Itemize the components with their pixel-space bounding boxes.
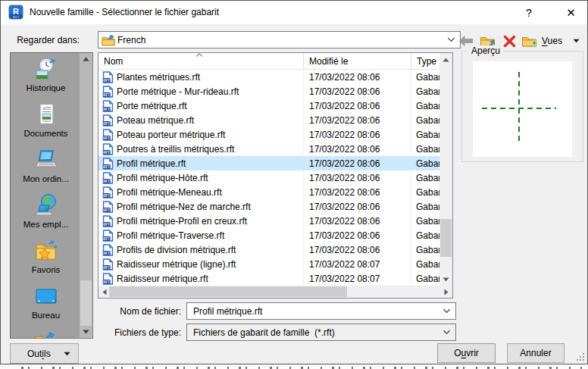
open-button[interactable]: Ouvrir: [437, 343, 496, 363]
sort-ascending-icon: [195, 53, 203, 57]
svg-text:RFT: RFT: [103, 136, 110, 139]
file-type: Gabari: [411, 187, 439, 198]
table-row[interactable]: RFT Raidisseur métrique.rft 17/03/2022 0…: [99, 271, 439, 286]
table-row[interactable]: RFT Profil métrique-Traverse.rft 17/03/2…: [99, 228, 439, 242]
sidebar-item-history[interactable]: Historique: [11, 53, 81, 99]
title-bar: R RVT Nouvelle famille - Sélectionner le…: [1, 1, 587, 24]
file-type: Gabari: [411, 115, 439, 126]
sidebar-item-computer[interactable]: Mon ordin...: [11, 144, 81, 189]
cancel-label: Annuler: [520, 348, 551, 358]
scroll-down-icon[interactable]: [439, 273, 452, 286]
sidebar-item-desktop[interactable]: Bureau: [11, 280, 81, 326]
table-row[interactable]: RFT Profil métrique-Nez de marche.rft 17…: [99, 199, 439, 214]
file-modified: 17/03/2022 08:06: [303, 216, 411, 227]
table-row[interactable]: RFT Plantes métriques.rft 17/03/2022 08:…: [99, 70, 439, 84]
file-modified: 17/03/2022 08:06: [303, 230, 411, 241]
file-type: Gabari: [411, 230, 439, 241]
file-name: Porte métrique - Mur-rideau.rft: [117, 86, 303, 97]
table-row[interactable]: RFT Poteau porteur métrique.rft 17/03/20…: [99, 127, 439, 142]
look-in-label: Regarder dans:: [1, 35, 80, 45]
close-button[interactable]: ✕: [555, 1, 587, 24]
file-type-dropdown[interactable]: Fichiers de gabarit de famille (*.rft): [186, 324, 456, 341]
computer-icon: [34, 148, 58, 172]
table-row[interactable]: RFT Porte métrique.rft 17/03/2022 08:06 …: [99, 99, 439, 113]
table-row[interactable]: RFT Profil métrique-Hôte.rft 17/03/2022 …: [99, 170, 439, 185]
file-name: Profil métrique-Nez de marche.rft: [117, 202, 303, 212]
file-type: Gabari: [411, 130, 439, 140]
rft-file-icon: RFT: [102, 230, 114, 242]
table-row[interactable]: RFT Poteau métrique.rft 17/03/2022 08:06…: [99, 113, 439, 127]
rft-file-icon: RFT: [102, 114, 114, 127]
table-row[interactable]: RFT Raidisseur métrique (ligne).rft 17/0…: [99, 257, 439, 271]
rft-file-icon: RFT: [102, 258, 114, 270]
scroll-up-icon[interactable]: [80, 53, 92, 65]
desktop-icon: [34, 284, 58, 308]
table-row[interactable]: RFT Poutres à treillis métriques.rft 17/…: [99, 142, 439, 156]
help-button[interactable]: ?: [516, 1, 542, 24]
file-type: Gabari: [411, 173, 439, 183]
file-name: Poutres à treillis métriques.rft: [117, 144, 303, 155]
new-folder-button[interactable]: [520, 33, 540, 49]
table-row[interactable]: RFT Profils de division métrique.rft 17/…: [99, 242, 439, 257]
file-modified: 17/03/2022 08:06: [303, 130, 411, 140]
current-folder-icon: [102, 34, 115, 46]
file-name: Raidisseur métrique.rft: [117, 274, 303, 284]
svg-text:RFT: RFT: [103, 236, 110, 240]
look-in-value: French: [117, 35, 145, 45]
tools-menu-button[interactable]: Outils: [10, 343, 79, 364]
file-name: Poteau porteur métrique.rft: [117, 130, 303, 140]
dropdown-caret-icon: [573, 39, 580, 43]
svg-text:RFT: RFT: [103, 107, 110, 111]
table-row[interactable]: RFT Profil métrique-Meneau.rft 17/03/202…: [99, 185, 439, 199]
preview-label: Aperçu: [468, 45, 503, 56]
file-name: Profil métrique.rft: [117, 158, 303, 169]
rft-file-icon: RFT: [102, 158, 114, 170]
file-name-input[interactable]: Profil métrique.rft: [186, 302, 456, 320]
file-type: Gabari: [411, 158, 439, 169]
scroll-right-icon[interactable]: [440, 286, 452, 298]
sidebar-item-favorites[interactable]: Favoris: [11, 235, 81, 280]
file-type: Gabari: [411, 86, 439, 97]
file-type: Gabari: [411, 101, 439, 111]
svg-text:RFT: RFT: [103, 150, 110, 154]
sidebar-item-label: Historique: [27, 83, 66, 92]
sidebar-scrollbar[interactable]: [80, 53, 92, 338]
svg-text:RFT: RFT: [103, 265, 110, 269]
sidebar-scroll-thumb[interactable]: [80, 280, 92, 326]
sidebar-item-label: Documents: [23, 129, 67, 138]
table-row[interactable]: RFT Profil métrique.rft 17/03/2022 08:06…: [99, 156, 439, 170]
table-row[interactable]: RFT Porte métrique - Mur-rideau.rft 17/0…: [99, 84, 439, 99]
sidebar-item-documents[interactable]: A Documents: [11, 99, 81, 144]
file-rows: RFT Plantes métriques.rft 17/03/2022 08:…: [99, 70, 439, 286]
vertical-scrollbar[interactable]: [439, 53, 452, 286]
scroll-up-icon[interactable]: [439, 53, 452, 66]
sidebar-item-label: Mon ordin...: [23, 174, 69, 183]
cancel-button[interactable]: Annuler: [507, 343, 565, 363]
file-modified: 17/03/2022 08:07: [303, 274, 411, 284]
resize-grip[interactable]: [576, 352, 585, 361]
sidebar-item-partial[interactable]: [11, 326, 81, 338]
column-header-modified[interactable]: Modifié le: [303, 53, 411, 70]
file-name: Profil métrique-Hôte.rft: [117, 173, 303, 183]
views-menu-button[interactable]: Vues: [542, 33, 586, 49]
table-row[interactable]: RFT Profil métrique-Profil en creux.rft …: [99, 214, 439, 228]
chevron-down-icon: [443, 330, 451, 335]
file-name: Raidisseur métrique (ligne).rft: [117, 259, 303, 270]
file-modified: 17/03/2022 08:07: [303, 259, 411, 270]
file-list: Nom Modifié le Type RFT Plantes métrique…: [98, 52, 453, 299]
background-app-strip: [0, 364, 588, 369]
file-name-value: Profil métrique.rft: [193, 306, 262, 317]
file-type-label: Fichiers de type:: [77, 327, 181, 338]
look-in-dropdown[interactable]: French: [98, 31, 461, 48]
horizontal-scroll-thumb[interactable]: [109, 286, 347, 297]
file-name: Profil métrique-Profil en creux.rft: [117, 216, 303, 227]
svg-text:RFT: RFT: [103, 179, 110, 183]
file-name: Profil métrique-Traverse.rft: [117, 230, 303, 241]
vertical-scroll-thumb[interactable]: [440, 219, 452, 257]
horizontal-scrollbar[interactable]: [99, 286, 452, 298]
preview-canvas: [473, 61, 572, 157]
sidebar-item-network[interactable]: Mes empl...: [11, 189, 81, 235]
sidebar-item-label: Mes empl...: [23, 220, 68, 229]
file-type: Gabari: [411, 72, 439, 83]
column-header-type[interactable]: Type: [411, 53, 439, 70]
